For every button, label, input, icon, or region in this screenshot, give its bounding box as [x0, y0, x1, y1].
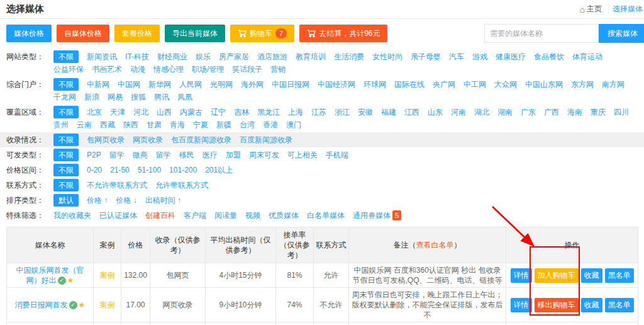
filter-option[interactable]: 国际在线 — [394, 78, 425, 91]
filter-option[interactable]: 香港 — [263, 118, 278, 131]
filter-option[interactable]: 广东 — [521, 106, 536, 118]
filter-option[interactable]: 新闻资讯 — [87, 50, 117, 63]
filter-option[interactable]: 贵州 — [53, 118, 69, 131]
filter-option[interactable]: 优质媒体 — [269, 209, 299, 222]
favorite-button[interactable]: 收藏 — [581, 268, 602, 283]
filter-option[interactable]: 中国经济网 — [318, 78, 355, 91]
filter-option[interactable]: 允许带联系方式 — [155, 179, 208, 191]
filter-option[interactable]: 不限 — [53, 50, 79, 63]
filter-option[interactable]: 网易 — [108, 91, 123, 103]
filter-option[interactable]: 重庆 — [591, 106, 606, 118]
filter-option[interactable]: 天津 — [110, 106, 125, 118]
filter-option[interactable]: 女性时尚 — [372, 50, 402, 63]
filter-option[interactable]: 手机端 — [326, 149, 348, 161]
filter-option[interactable]: 吉林 — [234, 106, 249, 118]
filter-option[interactable]: 中国山东网 — [525, 78, 563, 91]
filter-option[interactable]: 包百度新闻源收录 — [171, 134, 231, 146]
filter-option[interactable]: 生活消费 — [334, 50, 364, 63]
filter-option[interactable]: 腾讯 — [154, 91, 169, 103]
filter-option[interactable]: 黑龙江 — [257, 106, 280, 118]
filter-option[interactable]: 千龙网 — [53, 91, 76, 103]
filter-option[interactable]: 河北 — [133, 106, 148, 118]
filter-option[interactable]: 教育培训 — [296, 50, 326, 63]
filter-option[interactable]: 江苏 — [311, 106, 326, 118]
filter-option[interactable]: 东方网 — [571, 78, 594, 91]
filter-option[interactable]: 海外网 — [241, 78, 264, 91]
filter-option[interactable]: 价格 ↑ — [87, 194, 108, 207]
filter-option[interactable]: 移民 — [179, 149, 194, 161]
filter-option[interactable]: 上海 — [288, 106, 303, 118]
filter-option[interactable]: 青海 — [170, 118, 185, 131]
filter-option[interactable]: 创建百科 — [145, 209, 175, 222]
filter-option[interactable]: 搜狐 — [131, 91, 146, 103]
filter-option[interactable]: 书画艺术 — [92, 63, 122, 76]
filter-option[interactable]: 山东 — [428, 106, 443, 118]
filter-option[interactable]: 宁夏 — [193, 118, 208, 131]
checkout-button[interactable]: 去结算，共计96元 — [299, 25, 387, 42]
filter-option[interactable]: 职场/管理 — [192, 63, 224, 76]
add-to-cart-button[interactable]: 加入购物车 — [535, 268, 579, 283]
filter-option[interactable]: 不限 — [53, 134, 79, 146]
filter-option[interactable]: 辽宁 — [211, 106, 226, 118]
filter-option[interactable]: 湖北 — [474, 106, 489, 118]
filter-option[interactable]: 动漫 — [130, 63, 145, 76]
filter-option[interactable]: 新华网 — [148, 78, 171, 91]
filter-option[interactable]: 加盟 — [226, 149, 241, 161]
filter-option[interactable]: 默认 — [53, 194, 79, 207]
filter-option[interactable]: 101-200 — [169, 164, 197, 176]
filter-option[interactable]: 福建 — [381, 106, 396, 118]
view-whitelist-link[interactable]: 查看白名单 — [416, 241, 454, 249]
filter-option[interactable]: 公益环保 — [53, 63, 84, 76]
filter-option[interactable]: 海南 — [567, 106, 582, 118]
detail-button[interactable]: 详情 — [511, 298, 532, 312]
filter-option[interactable]: 白名单媒体 — [307, 209, 345, 222]
filter-option[interactable]: 澳门 — [286, 118, 301, 131]
filter-option[interactable]: 网页收录 — [133, 134, 163, 146]
filter-option[interactable]: 阅读量 — [214, 209, 237, 222]
filter-option[interactable]: 微商 — [133, 149, 148, 161]
search-button[interactable]: 搜索媒体 — [599, 24, 644, 43]
filter-option[interactable]: 酒店旅游 — [257, 50, 287, 63]
filter-option[interactable]: 凤凰 — [177, 91, 192, 103]
toolbar-button[interactable]: 媒体价格 — [6, 25, 52, 42]
filter-option[interactable]: 可上相关 — [287, 149, 318, 161]
media-name-link[interactable]: 中国娱乐网首发（官网）好出 — [16, 266, 84, 285]
filter-option[interactable]: 中国网 — [118, 78, 140, 91]
filter-option[interactable]: 不限 — [53, 149, 79, 161]
filter-option[interactable]: 不限 — [53, 78, 79, 91]
toolbar-button[interactable]: 自媒体价格 — [57, 25, 109, 42]
filter-option[interactable]: 河南 — [451, 106, 466, 118]
blacklist-button[interactable]: 黑名单 — [605, 268, 634, 283]
filter-option[interactable]: 江西 — [404, 106, 419, 118]
filter-option[interactable]: 央广网 — [433, 78, 455, 91]
filter-option[interactable]: 北京 — [87, 106, 102, 118]
filter-option[interactable]: 通用券媒体5 — [353, 209, 401, 222]
filter-option[interactable]: 房产家居 — [219, 50, 249, 63]
case-link[interactable]: 案例 — [100, 271, 115, 280]
filter-option[interactable]: 四川 — [614, 106, 629, 118]
filter-option[interactable]: 视频 — [245, 209, 260, 222]
filter-option[interactable]: 不限 — [53, 164, 79, 176]
filter-option[interactable]: 医疗 — [203, 149, 218, 161]
filter-option[interactable]: 西藏 — [100, 118, 115, 131]
filter-option[interactable]: 留学 — [109, 149, 125, 161]
cart-button[interactable]: 购物车 7 — [230, 25, 294, 42]
blacklist-button[interactable]: 黑名单 — [605, 298, 634, 312]
filter-option[interactable]: 0-20 — [87, 164, 102, 176]
filter-option[interactable]: IT-科技 — [125, 50, 149, 63]
filter-option[interactable]: 浙江 — [335, 106, 350, 118]
filter-option[interactable]: 亲子母婴 — [411, 50, 441, 63]
filter-option[interactable]: 云南 — [77, 118, 92, 131]
toolbar-button[interactable]: 套餐价格 — [114, 25, 160, 42]
filter-option[interactable]: 笑话段子 — [232, 63, 262, 76]
filter-option[interactable]: 不限 — [53, 106, 79, 118]
filter-option[interactable]: 周末可发 — [249, 149, 279, 161]
favorite-button[interactable]: 收藏 — [581, 298, 602, 312]
detail-button[interactable]: 详情 — [511, 268, 532, 283]
filter-option[interactable]: 食品餐饮 — [534, 50, 564, 63]
filter-option[interactable]: 价格 ↓ — [116, 194, 136, 207]
filter-option[interactable]: 我的收藏夹 — [53, 209, 91, 222]
filter-option[interactable]: 南方网 — [602, 78, 625, 91]
filter-option[interactable]: 营销 — [270, 63, 286, 76]
remove-from-cart-button[interactable]: 移出购物车 — [535, 298, 579, 312]
